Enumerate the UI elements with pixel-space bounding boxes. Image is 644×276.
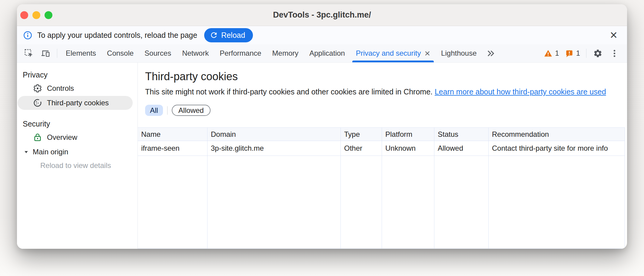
learn-more-link[interactable]: Learn more about how third-party cookies… [435,87,606,96]
more-options-button[interactable] [606,49,623,58]
warnings-count: 1 [555,49,559,58]
column-header-type[interactable]: Type [341,128,382,141]
table-row-cell-platform[interactable]: Unknown [382,141,434,156]
tab-lighthouse[interactable]: Lighthouse [436,44,482,62]
issues-counter[interactable]: 1 [562,44,583,62]
column-header-status[interactable]: Status [434,128,489,141]
zoom-window-button[interactable] [45,11,52,19]
table-empty-area [434,156,489,248]
sidebar-item-third-party-cookies[interactable]: Third-party cookies [18,96,133,110]
sidebar-item-main-origin[interactable]: Main origin [17,145,138,159]
info-icon [23,31,32,40]
traffic-lights [20,11,52,19]
cookies-table: Name Domain Type Platform Status Recomme… [138,127,625,249]
tab-memory[interactable]: Memory [267,44,304,62]
toolbar-separator [586,49,586,58]
active-tab-underline [352,61,434,62]
table-empty-area [382,156,434,248]
sidebar-item-label: Third-party cookies [47,99,109,107]
tab-application[interactable]: Application [304,44,350,62]
sidebar-item-controls[interactable]: Controls [18,81,133,95]
column-header-domain[interactable]: Domain [207,128,341,141]
table-empty-area [341,156,382,248]
description-text: This site might not work if third-party … [145,87,433,96]
table-row-cell-recommendation[interactable]: Contact third-party site for more info [489,141,625,156]
tab-console[interactable]: Console [101,44,139,62]
table-row-cell-domain[interactable]: 3p-site.glitch.me [207,141,341,156]
sidebar-item-overview[interactable]: Overview [18,130,133,144]
gear-icon [593,49,603,58]
disclosure-triangle-icon [24,150,29,155]
sidebar-section-privacy: Privacy [17,68,138,81]
sidebar-item-label: Overview [47,133,77,142]
infobar-message: To apply your updated controls, reload t… [37,31,197,40]
page-title: Third-party cookies [145,70,627,83]
privacy-sidebar: Privacy Controls Third-party cookies [17,63,138,249]
warnings-counter[interactable]: 1 [541,44,562,62]
toolbar-separator [57,49,57,58]
minimize-window-button[interactable] [32,11,40,19]
table-row-cell-type[interactable]: Other [341,141,382,156]
column-header-platform[interactable]: Platform [382,128,434,141]
third-party-cookies-panel: Third-party cookies This site might not … [138,63,627,249]
close-window-button[interactable] [20,11,28,19]
table-empty-area [207,156,341,248]
devtools-tabbar: Elements Console Sources Network Perform… [17,44,627,63]
kebab-menu-icon [610,49,619,58]
sidebar-note: Reload to view details [17,159,138,172]
infobar-close-icon[interactable]: × [607,29,620,41]
tabbar-spacer [499,44,541,62]
table-row-cell-name[interactable]: iframe-seen [138,141,207,156]
reload-button[interactable]: Reload [204,28,253,42]
tab-network[interactable]: Network [177,44,214,62]
tab-sources[interactable]: Sources [139,44,177,62]
tab-close-icon[interactable]: × [424,48,430,58]
inspect-element-button[interactable] [21,44,37,62]
sidebar-item-label: Controls [47,84,74,93]
more-tabs-button[interactable] [482,44,499,62]
window-title: DevTools - 3pc.glitch.me/ [273,10,371,20]
filter-chip-allowed[interactable]: Allowed [172,105,211,116]
table-empty-area [138,156,207,248]
reload-infobar: To apply your updated controls, reload t… [17,26,627,44]
table-row-cell-status[interactable]: Allowed [434,141,489,156]
warning-triangle-icon [544,49,552,58]
table-empty-area [489,156,625,248]
tab-elements[interactable]: Elements [60,44,101,62]
issues-count: 1 [576,49,580,58]
sidebar-section-security: Security [17,117,138,130]
gear-icon [33,84,42,93]
sidebar-gap [17,110,138,117]
device-toolbar-button[interactable] [37,44,54,62]
settings-button[interactable] [589,49,606,58]
tree-item-label: Main origin [33,148,68,156]
panel-description: This site might not work if third-party … [145,87,620,97]
titlebar: DevTools - 3pc.glitch.me/ [17,4,627,26]
cookie-icon [33,98,42,107]
tab-privacy-and-security[interactable]: Privacy and security × [350,44,436,62]
filter-chip-all[interactable]: All [145,105,163,116]
filter-chips: All Allowed [145,105,627,116]
issues-icon [565,49,573,58]
reload-button-label: Reload [221,31,245,40]
devtools-window: DevTools - 3pc.glitch.me/ To apply your … [17,4,627,249]
chip-separator [167,106,168,115]
tab-performance[interactable]: Performance [214,44,267,62]
inspect-cursor-icon [24,49,34,58]
column-header-recommendation[interactable]: Recommendation [489,128,625,141]
column-header-name[interactable]: Name [138,128,207,141]
device-toolbar-icon [41,49,50,58]
reload-icon [210,31,218,39]
chevron-double-right-icon [486,49,495,58]
lock-icon [33,133,42,142]
